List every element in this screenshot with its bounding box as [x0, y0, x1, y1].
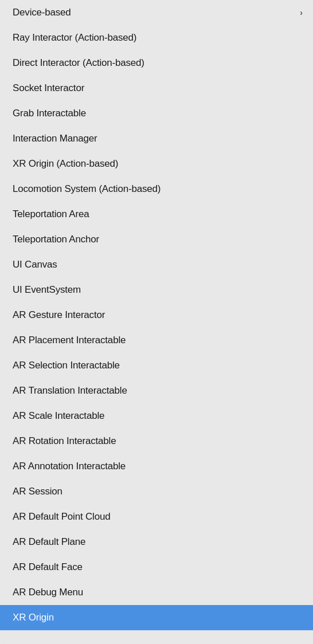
item-label-xr-origin-action: XR Origin (Action-based): [13, 158, 118, 170]
item-label-ui-canvas: UI Canvas: [13, 259, 57, 270]
menu-item-teleportation-area[interactable]: Teleportation Area: [0, 202, 313, 227]
item-label-teleportation-area: Teleportation Area: [13, 209, 89, 220]
item-label-xr-origin: XR Origin: [13, 612, 54, 623]
menu-item-ar-session[interactable]: AR Session: [0, 479, 313, 504]
item-label-ar-debug-menu: AR Debug Menu: [13, 587, 83, 598]
menu-item-ar-default-plane[interactable]: AR Default Plane: [0, 529, 313, 555]
menu-item-ray-interactor[interactable]: Ray Interactor (Action-based): [0, 25, 313, 50]
item-label-ar-gesture-interactor: AR Gesture Interactor: [13, 309, 105, 321]
menu-item-locomotion-system[interactable]: Locomotion System (Action-based): [0, 176, 313, 202]
item-label-socket-interactor: Socket Interactor: [13, 83, 84, 94]
menu-item-ar-annotation-interactable[interactable]: AR Annotation Interactable: [0, 454, 313, 479]
menu-item-ar-gesture-interactor[interactable]: AR Gesture Interactor: [0, 303, 313, 328]
item-label-teleportation-anchor: Teleportation Anchor: [13, 234, 99, 245]
menu-item-ar-selection-interactable[interactable]: AR Selection Interactable: [0, 353, 313, 378]
menu-item-ar-rotation-interactable[interactable]: AR Rotation Interactable: [0, 429, 313, 454]
item-label-ar-default-face: AR Default Face: [13, 561, 83, 573]
menu-item-ar-placement-interactable[interactable]: AR Placement Interactable: [0, 328, 313, 353]
menu-item-ar-default-face[interactable]: AR Default Face: [0, 555, 313, 580]
item-label-ar-session: AR Session: [13, 486, 62, 497]
item-label-ar-default-plane: AR Default Plane: [13, 536, 85, 548]
item-label-ar-selection-interactable: AR Selection Interactable: [13, 360, 120, 371]
item-label-ar-translation-interactable: AR Translation Interactable: [13, 385, 127, 396]
item-label-ar-rotation-interactable: AR Rotation Interactable: [13, 435, 116, 447]
menu-item-teleportation-anchor[interactable]: Teleportation Anchor: [0, 227, 313, 252]
item-label-device-based: Device-based: [13, 7, 71, 18]
menu-item-socket-interactor[interactable]: Socket Interactor: [0, 76, 313, 101]
menu-item-xr-origin[interactable]: XR Origin: [0, 605, 313, 630]
menu-item-ar-translation-interactable[interactable]: AR Translation Interactable: [0, 378, 313, 403]
item-label-ray-interactor: Ray Interactor (Action-based): [13, 32, 136, 44]
item-label-direct-interactor: Direct Interactor (Action-based): [13, 57, 144, 69]
menu-item-xr-origin-action[interactable]: XR Origin (Action-based): [0, 151, 313, 176]
menu-item-ar-scale-interactable[interactable]: AR Scale Interactable: [0, 403, 313, 429]
menu-item-direct-interactor[interactable]: Direct Interactor (Action-based): [0, 50, 313, 76]
menu-item-ui-eventsystem[interactable]: UI EventSystem: [0, 277, 313, 303]
item-label-interaction-manager: Interaction Manager: [13, 133, 97, 144]
menu-container: Device-based›Ray Interactor (Action-base…: [0, 0, 313, 644]
chevron-right-icon: ›: [300, 8, 303, 17]
menu-item-grab-interactable[interactable]: Grab Interactable: [0, 101, 313, 126]
menu-item-device-based[interactable]: Device-based›: [0, 0, 313, 25]
item-label-locomotion-system: Locomotion System (Action-based): [13, 183, 161, 195]
menu-item-ui-canvas[interactable]: UI Canvas: [0, 252, 313, 277]
item-label-ar-default-point-cloud: AR Default Point Cloud: [13, 511, 110, 523]
item-label-ar-placement-interactable: AR Placement Interactable: [13, 335, 126, 346]
menu-item-interaction-manager[interactable]: Interaction Manager: [0, 126, 313, 151]
item-label-grab-interactable: Grab Interactable: [13, 108, 86, 119]
menu-item-ar-debug-menu[interactable]: AR Debug Menu: [0, 580, 313, 605]
item-label-ar-scale-interactable: AR Scale Interactable: [13, 410, 104, 422]
menu-item-ar-default-point-cloud[interactable]: AR Default Point Cloud: [0, 504, 313, 529]
item-label-ui-eventsystem: UI EventSystem: [13, 284, 81, 296]
item-label-ar-annotation-interactable: AR Annotation Interactable: [13, 461, 126, 472]
